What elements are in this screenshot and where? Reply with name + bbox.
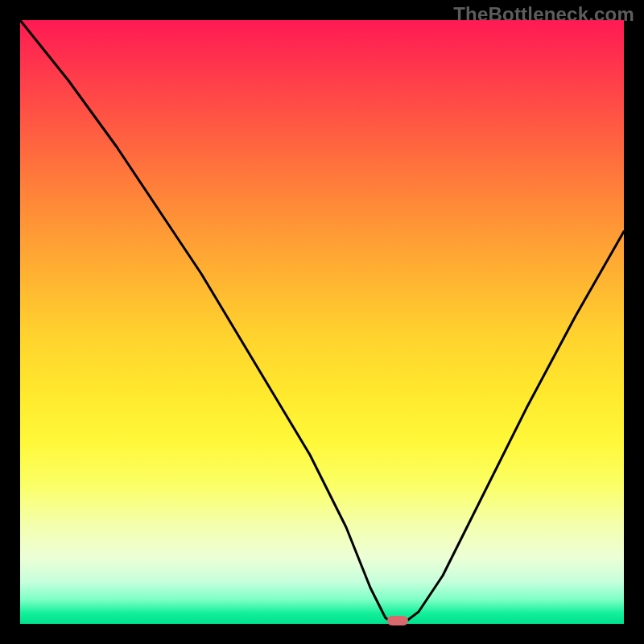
- optimum-marker: [387, 616, 408, 625]
- bottleneck-curve: [20, 20, 624, 624]
- plot-area: [20, 20, 624, 624]
- chart-stage: TheBottleneck.com: [0, 0, 644, 644]
